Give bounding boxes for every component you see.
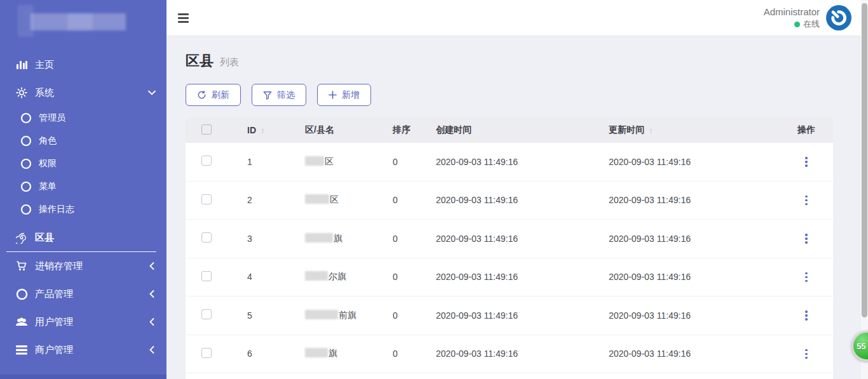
districts-table: ID↑ 区/县名 排序 创建时间 更新时间↑ 操作 1 区 0 2020-09-… xyxy=(186,117,833,379)
row-checkbox[interactable] xyxy=(201,309,212,319)
row-updated: 2020-09-03 11:49:16 xyxy=(609,157,785,167)
filter-button-label: 筛选 xyxy=(277,90,295,101)
sidebar-item-merchant[interactable]: 商户管理 xyxy=(0,336,166,364)
circle-icon xyxy=(20,204,32,215)
row-created: 2020-09-03 11:49:16 xyxy=(436,349,609,359)
chevron-left-icon xyxy=(147,346,156,354)
row-actions-kebab-icon[interactable] xyxy=(803,231,810,246)
sidebar-item-admin[interactable]: 管理员 xyxy=(0,107,166,130)
sidebar-item-menu[interactable]: 菜单 xyxy=(0,175,166,198)
sidebar-item-home[interactable]: 主页 xyxy=(0,51,166,79)
sidebar-item-label: 产品管理 xyxy=(35,288,147,300)
spiral-icon xyxy=(15,232,28,244)
row-checkbox[interactable] xyxy=(201,232,212,243)
sidebar-item-label: 系统 xyxy=(35,87,147,99)
avatar-power-icon[interactable] xyxy=(825,4,852,31)
row-checkbox[interactable] xyxy=(201,156,212,166)
sidebar-item-label: 角色 xyxy=(39,135,57,147)
select-all-checkbox[interactable] xyxy=(201,124,212,135)
circle-icon xyxy=(15,288,28,300)
sidebar-item-inventory[interactable]: 进销存管理 xyxy=(0,252,166,280)
sidebar-item-label: 菜单 xyxy=(39,181,57,192)
sidebar-bottom-strip xyxy=(0,375,166,379)
sidebar-item-users[interactable]: 用户管理 xyxy=(0,308,166,336)
scrollbar-thumb[interactable] xyxy=(862,3,867,317)
column-header-id[interactable]: ID↑ xyxy=(231,125,305,135)
row-created: 2020-09-03 11:49:16 xyxy=(436,310,609,321)
row-created: 2020-09-03 11:49:16 xyxy=(436,195,609,205)
sort-asc-icon: ↑ xyxy=(649,126,653,135)
sidebar-item-label: 主页 xyxy=(35,59,156,71)
row-updated: 2020-09-03 11:49:16 xyxy=(609,195,785,205)
row-name: 旗 xyxy=(305,348,393,359)
row-name: 前旗 xyxy=(305,310,393,321)
sidebar-item-label: 进销存管理 xyxy=(35,260,147,272)
page-title: 区县 xyxy=(186,51,214,70)
refresh-button[interactable]: 刷新 xyxy=(186,84,241,106)
sidebar-item-label: 管理员 xyxy=(39,112,65,124)
main-area: Administrator 在线 区县 列表 xyxy=(166,0,868,379)
chevron-left-icon xyxy=(147,290,156,298)
row-name: 旗 xyxy=(305,233,393,244)
column-header-sort[interactable]: 排序 xyxy=(393,124,436,136)
row-name: 区 xyxy=(305,156,393,168)
topbar-user-area: Administrator 在线 xyxy=(764,4,852,31)
row-updated: 2020-09-03 11:49:16 xyxy=(609,310,785,321)
page-content: 区县 列表 刷新 筛选 新增 xyxy=(166,36,868,379)
row-id: 5 xyxy=(231,310,305,321)
row-id: 6 xyxy=(231,349,305,359)
sidebar-item-district[interactable]: 区县 xyxy=(0,223,166,251)
row-sort: 0 xyxy=(393,310,436,321)
row-actions-kebab-icon[interactable] xyxy=(803,347,810,362)
row-actions-kebab-icon[interactable] xyxy=(803,270,810,285)
add-button[interactable]: 新增 xyxy=(317,84,371,106)
redacted-name-blur xyxy=(305,233,333,243)
list-icon xyxy=(15,345,28,355)
row-checkbox[interactable] xyxy=(201,348,212,358)
row-checkbox[interactable] xyxy=(201,194,212,204)
refresh-button-label: 刷新 xyxy=(212,90,229,101)
row-actions-kebab-icon[interactable] xyxy=(803,193,810,208)
column-header-actions: 操作 xyxy=(785,124,833,136)
logo-redacted xyxy=(0,0,166,43)
table-row: 2 区 0 2020-09-03 11:49:16 2020-09-03 11:… xyxy=(186,182,833,220)
table-row: 1 区 0 2020-09-03 11:49:16 2020-09-03 11:… xyxy=(186,143,833,182)
sidebar-item-label: 用户管理 xyxy=(35,316,147,328)
chevron-left-icon xyxy=(147,262,156,270)
row-actions-kebab-icon[interactable] xyxy=(803,308,810,323)
chevron-down-icon xyxy=(147,90,156,95)
gear-icon xyxy=(15,87,28,98)
row-actions-kebab-icon[interactable] xyxy=(803,154,810,170)
filter-button[interactable]: 筛选 xyxy=(252,84,306,106)
column-header-updated[interactable]: 更新时间↑ xyxy=(609,124,785,136)
users-icon xyxy=(15,317,28,328)
row-checkbox[interactable] xyxy=(201,271,212,281)
column-header-name[interactable]: 区/县名 xyxy=(305,124,393,136)
page-subtitle: 列表 xyxy=(220,57,239,69)
table-row: 4 尔旗 0 2020-09-03 11:49:16 2020-09-03 11… xyxy=(186,258,833,297)
sidebar-nav: 主页 系统 管理员 角色 权限 xyxy=(0,43,166,375)
toolbar: 刷新 筛选 新增 xyxy=(186,84,833,106)
sidebar-item-role[interactable]: 角色 xyxy=(0,130,166,152)
sidebar-item-permission[interactable]: 权限 xyxy=(0,152,166,175)
table-row: 3 旗 0 2020-09-03 11:49:16 2020-09-03 11:… xyxy=(186,220,833,258)
sidebar-item-label: 商户管理 xyxy=(35,344,147,356)
row-id: 1 xyxy=(231,157,305,167)
row-sort: 0 xyxy=(393,157,436,167)
sidebar-item-operation-log[interactable]: 操作日志 xyxy=(0,198,166,221)
hamburger-menu-icon[interactable] xyxy=(178,13,189,23)
bar-chart-icon xyxy=(15,60,28,70)
row-sort: 0 xyxy=(393,272,436,282)
sidebar-item-product[interactable]: 产品管理 xyxy=(0,280,166,308)
row-sort: 0 xyxy=(393,234,436,244)
chevron-left-icon xyxy=(147,318,156,326)
username-label: Administrator xyxy=(764,6,820,18)
plus-icon xyxy=(329,91,337,99)
cart-icon xyxy=(15,260,28,272)
circle-icon xyxy=(20,158,32,170)
sidebar-item-system[interactable]: 系统 xyxy=(0,79,166,107)
column-header-created[interactable]: 创建时间 xyxy=(436,124,609,136)
refresh-icon xyxy=(197,90,207,100)
scrollbar-track[interactable] xyxy=(861,0,868,379)
row-name: 区 xyxy=(305,194,393,206)
